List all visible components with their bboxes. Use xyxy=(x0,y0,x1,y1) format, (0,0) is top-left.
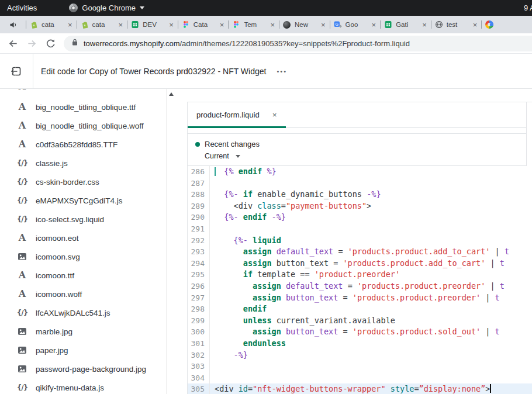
file-item[interactable]: {/}lfcAXLwjkDALc541.js xyxy=(0,303,175,322)
address-bar[interactable]: towerrecords.myshopify.com/admin/themes/… xyxy=(64,36,532,51)
browser-tab[interactable]: Cata× xyxy=(178,16,229,33)
forward-button[interactable] xyxy=(26,38,37,49)
code-text: assign default_text = 'products.product.… xyxy=(210,246,509,258)
tab-close-icon[interactable]: × xyxy=(68,21,72,29)
file-item[interactable]: paper.jpg xyxy=(0,341,175,360)
code-text: assign default_text = 'products.product.… xyxy=(210,281,505,292)
code-line: 288 {%- if enable_dynamic_buttons -%} xyxy=(188,189,532,201)
file-item[interactable]: password-page-background.jpg xyxy=(0,360,175,378)
file-item[interactable]: Aicomoon.woff xyxy=(0,285,175,303)
file-item[interactable]: {/}qikify-tmenu-data.js xyxy=(0,378,175,394)
code-line: 291 xyxy=(188,223,532,235)
file-name: ico-select.svg.liquid xyxy=(36,215,104,224)
browser-tabs: scata×scata×DEV×Cata×Tem×New×GGoo×Gati×t… xyxy=(26,16,532,33)
line-number: 291 xyxy=(188,223,210,235)
file-item[interactable]: {/}classie.js xyxy=(0,154,175,172)
google-favicon-icon xyxy=(485,20,493,29)
code-file-icon: {/} xyxy=(16,159,28,167)
browser-tab[interactable] xyxy=(481,16,532,33)
tab-close-icon[interactable]: × xyxy=(473,21,478,29)
line-number: 296 xyxy=(188,281,210,292)
line-number: 297 xyxy=(188,292,210,304)
file-name: marble.jpg xyxy=(36,327,72,336)
file-item[interactable]: icomoon.svg xyxy=(0,247,175,266)
tab-close-icon[interactable]: × xyxy=(321,21,326,29)
browser-tab[interactable]: New× xyxy=(279,16,330,33)
line-number: 295 xyxy=(188,269,210,281)
code-line: 287 xyxy=(188,178,532,189)
figma-favicon-icon xyxy=(232,20,240,29)
reload-button[interactable] xyxy=(45,38,56,49)
browser-tab[interactable]: scata× xyxy=(26,16,77,33)
url-text: towerrecords.myshopify.com/admin/themes/… xyxy=(84,39,410,48)
app-menu[interactable]: Google Chrome xyxy=(69,4,144,12)
more-actions-button[interactable]: ••• xyxy=(277,68,287,75)
speaker-icon xyxy=(0,16,26,33)
tab-close-icon[interactable]: × xyxy=(270,21,275,29)
editor-tab-product-form[interactable]: product-form.liquid × xyxy=(188,102,286,127)
tab-title: Cata xyxy=(194,21,218,28)
browser-tab[interactable]: GGoo× xyxy=(330,16,381,33)
app-menu-label: Google Chrome xyxy=(82,4,136,12)
code-text: <div class="payment-buttons"> xyxy=(210,201,371,212)
code-text: {%- liquid xyxy=(210,235,281,247)
line-number: 304 xyxy=(188,372,210,384)
tab-title: Tem xyxy=(244,21,268,28)
file-item[interactable]: {/}cs-skin-border.css xyxy=(0,172,175,191)
code-text xyxy=(210,223,215,235)
file-name: classie.js xyxy=(36,159,68,168)
system-top-bar: Activities Google Chrome 9 A xyxy=(0,0,532,16)
code-line: 300 assign button_text = 'products.produ… xyxy=(188,326,532,338)
sidebar-scrollbar[interactable] xyxy=(166,89,175,394)
file-name: cs-skin-border.css xyxy=(36,178,99,186)
tab-close-icon[interactable]: × xyxy=(169,21,174,29)
code-file-icon: {/} xyxy=(16,383,28,392)
tab-close-icon[interactable]: × xyxy=(372,21,376,29)
file-item[interactable]: Aicomoon.eot xyxy=(0,229,175,247)
file-name: eMAPMXSyTCgGdiT4.js xyxy=(36,196,123,205)
scroll-up-icon[interactable] xyxy=(169,92,174,96)
file-item[interactable]: Aicomoon.ttf xyxy=(0,266,175,285)
file-item[interactable]: marble.jpg xyxy=(0,322,175,341)
code-line: 303 xyxy=(188,361,532,372)
code-text: {%- endif -%} xyxy=(210,212,286,223)
code-line: 297 assign button_text = 'products.produ… xyxy=(188,292,532,304)
version-dropdown[interactable]: Current xyxy=(205,152,526,160)
system-clock[interactable]: 9 A xyxy=(524,4,532,12)
tab-title: cata xyxy=(92,21,117,28)
tab-close-icon[interactable]: × xyxy=(422,21,427,29)
browser-tab[interactable]: DEV× xyxy=(127,16,178,33)
tab-title: Gati xyxy=(396,21,420,28)
line-number: 289 xyxy=(188,201,210,212)
svg-text:G: G xyxy=(335,22,338,26)
file-item[interactable]: Abig_noodle_titling_oblique.ttf xyxy=(0,98,175,116)
file-item[interactable]: {/}ico-select.svg.liquid xyxy=(0,210,175,229)
file-item[interactable]: {/}eMAPMXSyTCgGdiT4.js xyxy=(0,191,175,210)
browser-tab[interactable]: Tem× xyxy=(228,16,279,33)
font-file-icon: A xyxy=(16,121,28,130)
lock-icon[interactable] xyxy=(71,38,78,49)
tab-close-icon[interactable]: × xyxy=(220,21,224,29)
code-text: unless current_variant.available xyxy=(210,315,395,327)
browser-tab[interactable]: Gati× xyxy=(380,16,431,33)
image-file-icon xyxy=(16,345,28,355)
line-number: 300 xyxy=(188,326,210,338)
code-line: 292 {%- liquid xyxy=(188,235,532,247)
file-list: Abig_noodle_titling_oblique.ttfAbig_nood… xyxy=(0,89,175,394)
font-file-icon: A xyxy=(16,271,28,280)
browser-tab[interactable]: test× xyxy=(431,16,482,33)
code-textarea[interactable]: 286 {% endif %}287288 {%- if enable_dyna… xyxy=(188,166,532,394)
version-history-panel: Recent changes Current xyxy=(188,133,526,166)
file-item[interactable]: Abig_noodle_titling_oblique.woff xyxy=(0,116,175,135)
file-item[interactable]: Ac0df3a6b528fdd85.TTF xyxy=(0,135,175,154)
line-number: 294 xyxy=(188,258,210,269)
activities-button[interactable]: Activities xyxy=(7,4,37,12)
exit-code-editor-button[interactable] xyxy=(0,54,33,88)
back-button[interactable] xyxy=(8,38,19,49)
tab-close-icon[interactable]: × xyxy=(272,110,277,119)
code-line: 293 assign default_text = 'products.prod… xyxy=(188,246,532,258)
browser-tab[interactable]: scata× xyxy=(77,16,127,33)
tab-close-icon[interactable]: × xyxy=(119,21,123,29)
panel-right-border xyxy=(526,102,527,166)
line-number: 305 xyxy=(188,383,210,394)
